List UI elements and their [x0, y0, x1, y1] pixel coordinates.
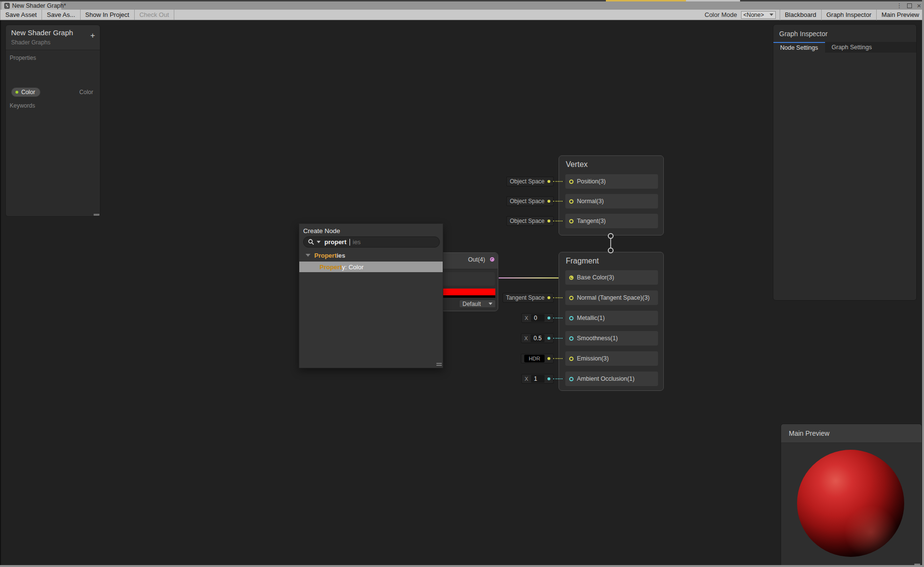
color-mode-select[interactable]: <None> [741, 11, 776, 19]
port-dot-icon [547, 357, 550, 360]
input-port[interactable] [569, 336, 574, 341]
tab-graph-settings[interactable]: Graph Settings [825, 42, 879, 53]
toolbar-button-save-as[interactable]: Save As... [42, 10, 80, 20]
property-pill-color[interactable]: Color [11, 87, 41, 97]
create-node-results-list: Properties Property: Color [299, 250, 443, 272]
window-tab-strip: New Shader Graph* ⋮ × [0, 1, 924, 10]
search-icon [308, 239, 314, 245]
fragment-node-title: Fragment [566, 257, 599, 265]
node-slot[interactable]: Normal (Tangent Space)(3) [565, 290, 658, 305]
port-control[interactable]: X0.5 [521, 333, 554, 343]
port-label: Smoothness(1) [577, 335, 618, 342]
fragment-context-node[interactable]: Fragment Base Color(3)Tangent SpaceNorma… [559, 252, 664, 391]
toolbar-button-save-asset[interactable]: Save Asset [0, 10, 42, 20]
toolbar-button-blackboard[interactable]: Blackboard [780, 11, 821, 18]
node-slot[interactable]: Emission(3) [565, 351, 658, 366]
toolbar-button-show-in-project[interactable]: Show In Project [81, 10, 134, 20]
node-row: Object SpacePosition(3) [565, 174, 658, 189]
document-tab[interactable]: New Shader Graph* [1, 1, 61, 10]
port-dot-icon [547, 180, 550, 183]
tab-node-settings[interactable]: Node Settings [773, 42, 825, 53]
port-label: Base Color(3) [577, 274, 614, 281]
port-dot-icon [547, 317, 550, 319]
port-connector-dash [553, 181, 562, 182]
space-badge-label: Tangent Space [506, 294, 545, 301]
input-port[interactable] [569, 219, 574, 223]
node-slot[interactable]: Smoothness(1) [565, 331, 658, 346]
dialog-resize-handle[interactable] [436, 363, 442, 366]
window-bottom-border [0, 565, 924, 567]
search-typed-text: propert [324, 238, 347, 246]
port-control[interactable]: X0 [521, 313, 554, 323]
port-connector-dash [553, 358, 562, 359]
input-port[interactable] [569, 180, 574, 184]
port-connector-dash [553, 318, 562, 318]
window-close-icon[interactable]: × [917, 1, 921, 10]
port-control[interactable]: Object Space [506, 196, 554, 206]
space-badge-label: Object Space [510, 198, 545, 205]
result-match-text: Propert [320, 263, 342, 271]
blackboard-subtitle: Shader Graphs [11, 39, 50, 46]
vertex-context-node[interactable]: Vertex Object SpacePosition(3)Object Spa… [559, 155, 664, 235]
port-dot-icon [547, 200, 550, 203]
input-port[interactable] [569, 357, 574, 361]
preview-sphere[interactable] [797, 450, 904, 557]
graph-inspector-title: Graph Inspector [779, 30, 827, 38]
input-port[interactable] [569, 276, 574, 280]
blackboard-header: New Shader Graph Shader Graphs + [6, 25, 100, 50]
field-value-input[interactable]: 0 [531, 314, 545, 322]
node-slot[interactable]: Position(3) [565, 174, 658, 189]
port-control[interactable]: HDR [521, 354, 554, 363]
toolbar-separator [174, 10, 174, 20]
node-slot[interactable]: Tangent(3) [565, 214, 658, 228]
create-node-search-input[interactable]: propert ies [303, 236, 440, 248]
category-collapse-triangle-icon[interactable] [306, 254, 310, 257]
node-slot[interactable]: Metallic(1) [565, 311, 658, 325]
input-port[interactable] [569, 199, 574, 204]
blackboard-resize-handle[interactable] [94, 214, 99, 216]
field-x-label: X [524, 335, 528, 341]
context-connector-bottom-port[interactable] [608, 248, 614, 253]
node-slot[interactable]: Base Color(3) [565, 270, 658, 285]
port-control[interactable]: Tangent Space [503, 293, 554, 303]
window-menu-icon[interactable]: ⋮ [896, 1, 902, 10]
port-label: Normal(3) [577, 198, 604, 205]
toolbar-right-group: Color Mode <None> BlackboardGraph Inspec… [705, 10, 924, 20]
results-category-properties[interactable]: Properties [299, 250, 443, 261]
port-label: Emission(3) [577, 355, 609, 362]
node-slot[interactable]: Normal(3) [565, 194, 658, 208]
chevron-down-icon [770, 14, 773, 16]
port-label: Normal (Tangent Space)(3) [577, 294, 650, 301]
input-port[interactable] [569, 316, 574, 320]
toolbar-button-main-preview[interactable]: Main Preview [877, 11, 924, 18]
input-port[interactable] [569, 377, 574, 381]
result-rest-text: y: Color [342, 263, 364, 271]
port-control[interactable]: X1 [521, 374, 554, 384]
field-value-input[interactable]: 1 [531, 375, 545, 383]
field-x-label: X [525, 315, 528, 321]
toolbar-button-graph-inspector[interactable]: Graph Inspector [822, 11, 876, 18]
color-mode-value: <None> [743, 12, 764, 18]
context-connector-top-port[interactable] [608, 233, 614, 239]
out-port[interactable] [490, 257, 494, 262]
search-filter-chevron-icon[interactable] [317, 241, 321, 243]
window-restore-icon[interactable] [907, 3, 912, 8]
port-control[interactable]: Object Space [506, 216, 554, 226]
port-label: Metallic(1) [577, 315, 605, 321]
field-value-input[interactable]: 0.5 [531, 334, 545, 342]
window-controls: ⋮ × [896, 1, 921, 10]
node-slot[interactable]: Ambient Occlusion(1) [565, 372, 658, 386]
main-preview-header[interactable]: Main Preview [781, 424, 922, 443]
port-control[interactable]: Object Space [506, 177, 554, 186]
color-mode-label: Color Mode [705, 11, 737, 18]
create-node-title: Create Node [303, 227, 340, 235]
toolbar-left-group: Save AssetSave As...Show In ProjectCheck… [0, 10, 174, 20]
color-mode-dropdown[interactable]: Default [459, 300, 496, 308]
add-property-button[interactable]: + [90, 31, 95, 40]
result-property-color[interactable]: Property: Color [299, 262, 443, 272]
category-rest-text: ies [336, 252, 345, 259]
port-connector-dash [553, 221, 562, 221]
input-port[interactable] [569, 296, 574, 300]
port-label: Ambient Occlusion(1) [577, 375, 635, 382]
hdr-color-swatch[interactable]: HDR [524, 355, 545, 362]
